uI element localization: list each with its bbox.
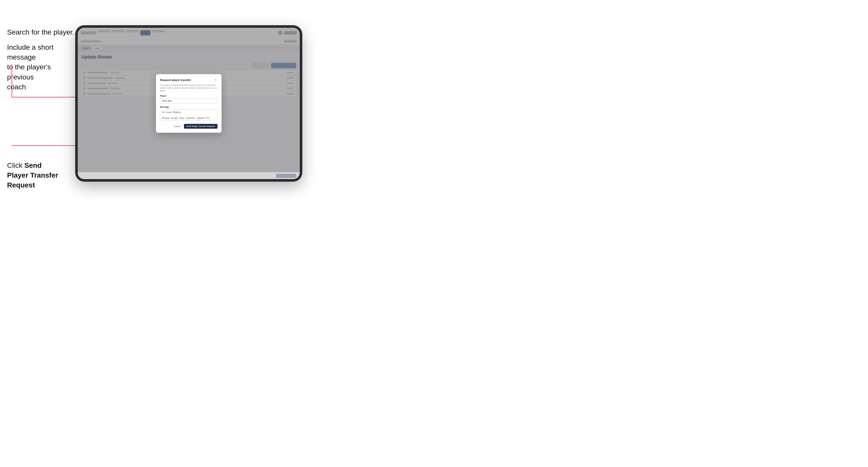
bottom-btn [276,174,296,178]
bottom-bar [78,172,300,179]
tablet-screen: Roster Active Update Roster [78,28,300,179]
modal-description: If the player is transferring from anoth… [160,84,217,92]
message-textarea[interactable]: Hi Coach McHarg, Please accept this tran… [160,109,217,120]
annotation-message: Include a short messageto the player's p… [7,42,73,92]
message-label: Message [160,106,217,108]
player-label: Player [160,95,217,97]
annotation-click: Click Send Player Transfer Request [7,160,63,190]
annotation-search: Search for the player. [7,27,74,37]
player-input[interactable] [160,98,217,104]
modal-overlay: Request player transfer × If the player … [78,28,300,179]
modal-title: Request player transfer [160,79,191,82]
modal-close-button[interactable]: × [214,78,217,82]
modal-dialog: Request player transfer × If the player … [156,74,221,133]
cancel-button[interactable]: Cancel [172,124,182,129]
modal-footer: Cancel Send Player Transfer Request [160,124,217,129]
send-transfer-button[interactable]: Send Player Transfer Request [184,124,217,129]
arrow-line-vertical-1 [11,65,12,97]
modal-header: Request player transfer × [160,78,217,82]
tablet-device: Roster Active Update Roster [75,25,302,182]
